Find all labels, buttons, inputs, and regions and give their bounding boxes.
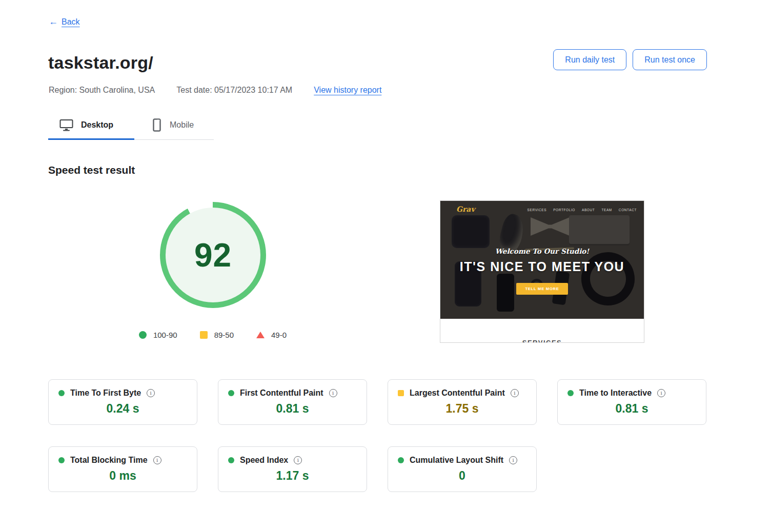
info-icon[interactable]: i <box>147 389 155 397</box>
metric-card-fcp: First Contentful Paint i 0.81 s <box>218 379 367 425</box>
metric-value: 0.81 s <box>228 402 357 416</box>
active-tab-indicator <box>48 138 134 140</box>
back-label: Back <box>62 17 80 27</box>
metric-card-speed-index: Speed Index i 1.17 s <box>218 446 367 492</box>
header-buttons: Run daily test Run test once <box>553 49 707 70</box>
preview-nav: SERVICES PORTFOLIO ABOUT TEAM CONTACT <box>527 208 637 212</box>
score-number: 92 <box>194 236 232 274</box>
view-history-report-link[interactable]: View history report <box>314 86 381 95</box>
metric-status-dot <box>228 390 234 396</box>
metric-value: 0.24 s <box>58 402 187 416</box>
speed-test-page: ← Back taskstar.org/ Run daily test Run … <box>0 0 771 532</box>
green-circle-marker <box>139 331 147 339</box>
metric-status-dot <box>58 457 65 463</box>
metric-label: Time to Interactive <box>579 388 652 398</box>
legend-good-label: 100-90 <box>153 331 177 339</box>
metric-label: First Contentful Paint <box>240 388 323 398</box>
tab-mobile-label: Mobile <box>170 120 194 130</box>
metric-value: 0 ms <box>58 469 187 483</box>
preview-nav-team: TEAM <box>601 208 612 212</box>
preview-headline: IT'S NICE TO MEET YOU <box>440 259 644 274</box>
region-label: Region: South Carolina, USA <box>49 86 155 95</box>
legend-item-poor: 49-0 <box>256 331 287 339</box>
metric-status-dot <box>567 390 574 396</box>
section-heading: Speed test result <box>48 164 135 176</box>
test-date-label: Test date: 05/17/2023 10:17 AM <box>176 86 292 95</box>
meta-row: Region: South Carolina, USA Test date: 0… <box>49 86 381 95</box>
legend-poor-label: 49-0 <box>271 331 287 339</box>
info-icon[interactable]: i <box>657 389 665 397</box>
metric-value: 1.75 s <box>398 402 526 416</box>
metric-value: 0 <box>398 469 526 483</box>
preview-bottom-section: SERVICES <box>440 319 644 342</box>
red-triangle-marker <box>256 332 265 338</box>
info-icon[interactable]: i <box>294 456 302 464</box>
metric-value: 1.17 s <box>228 469 357 483</box>
yellow-square-marker <box>200 331 208 339</box>
preview-nav-about: ABOUT <box>582 208 595 212</box>
page-title: taskstar.org/ <box>48 53 153 73</box>
run-test-once-button[interactable]: Run test once <box>633 49 707 70</box>
info-icon[interactable]: i <box>329 389 337 397</box>
preview-nav-contact: CONTACT <box>619 208 637 212</box>
preview-object-notebook <box>569 215 630 244</box>
tabs-underline <box>48 138 214 140</box>
site-preview-image: Grav SERVICES PORTFOLIO ABOUT TEAM CONTA… <box>440 200 644 343</box>
performance-score-gauge: 92 <box>160 202 266 308</box>
preview-cta-button: TELL ME MORE <box>516 283 567 295</box>
preview-section-peek: SERVICES <box>440 339 644 342</box>
metric-card-tti: Time to Interactive i 0.81 s <box>557 379 706 425</box>
metric-label: Speed Index <box>240 456 288 465</box>
metric-card-cls: Cumulative Layout Shift i 0 <box>388 446 537 492</box>
info-icon[interactable]: i <box>153 456 161 464</box>
preview-hero-section: Grav SERVICES PORTFOLIO ABOUT TEAM CONTA… <box>440 201 644 319</box>
back-link[interactable]: ← Back <box>49 16 80 27</box>
preview-tagline: Welcome To Our Studio! <box>440 247 644 255</box>
preview-hero-text: Welcome To Our Studio! IT'S NICE TO MEET… <box>440 247 644 295</box>
legend-average-label: 89-50 <box>214 331 234 339</box>
metric-status-dot <box>398 457 404 463</box>
metric-status-dot <box>58 390 65 396</box>
metric-card-lcp: Largest Contentful Paint i 1.75 s <box>388 379 537 425</box>
metric-label: Total Blocking Time <box>70 456 148 465</box>
device-tabs: Desktop Mobile <box>48 114 214 140</box>
info-icon[interactable]: i <box>509 456 517 464</box>
legend-item-good: 100-90 <box>139 331 177 339</box>
preview-object-wallet <box>452 215 490 248</box>
tab-mobile[interactable]: Mobile <box>137 114 194 136</box>
metric-value: 0.81 s <box>567 402 696 416</box>
mobile-icon <box>152 118 162 132</box>
metric-card-ttfb: Time To First Byte i 0.24 s <box>48 379 197 425</box>
metric-label: Cumulative Layout Shift <box>410 456 503 465</box>
metric-status-square <box>398 390 404 396</box>
metric-status-dot <box>228 457 234 463</box>
legend-item-average: 89-50 <box>200 331 234 339</box>
run-daily-test-button[interactable]: Run daily test <box>553 49 626 70</box>
tab-desktop[interactable]: Desktop <box>48 114 137 136</box>
preview-object-bowtie <box>531 217 570 236</box>
preview-site-logo: Grav <box>456 205 475 213</box>
score-legend: 100-90 89-50 49-0 <box>128 331 297 339</box>
metrics-grid: Time To First Byte i 0.24 s First Conten… <box>48 379 706 492</box>
score-inner-circle: 92 <box>166 208 260 302</box>
metric-card-tbt: Total Blocking Time i 0 ms <box>48 446 197 492</box>
preview-nav-portfolio: PORTFOLIO <box>553 208 575 212</box>
back-arrow-icon: ← <box>49 16 58 27</box>
metric-label: Time To First Byte <box>70 388 141 398</box>
metric-label: Largest Contentful Paint <box>410 388 505 398</box>
info-icon[interactable]: i <box>511 389 519 397</box>
desktop-icon <box>59 119 73 131</box>
preview-nav-services: SERVICES <box>527 208 547 212</box>
tab-desktop-label: Desktop <box>81 120 113 130</box>
